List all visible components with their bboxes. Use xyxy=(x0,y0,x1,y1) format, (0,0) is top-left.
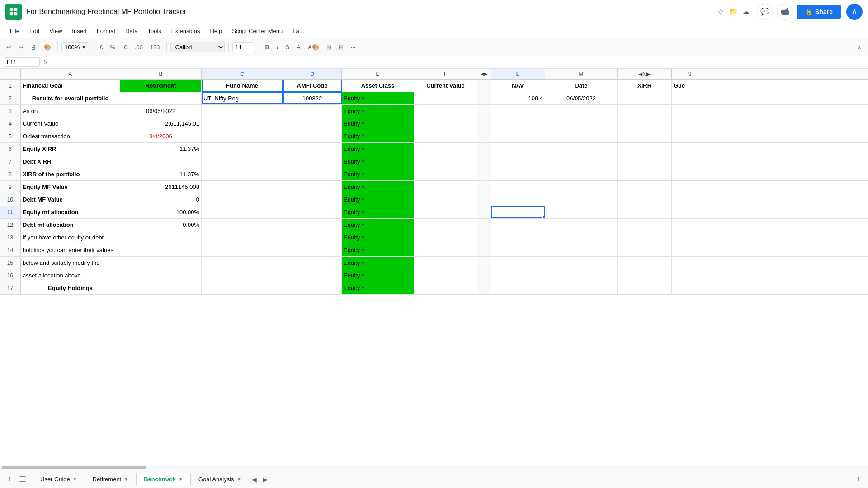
cell-b13[interactable] xyxy=(120,231,202,244)
tab-dropdown-arrow[interactable]: ▼ xyxy=(73,477,77,482)
cell-s6[interactable] xyxy=(672,143,708,155)
cell-e9[interactable]: Equity▼ xyxy=(342,181,414,193)
tab-nav-left[interactable]: ◀ xyxy=(249,474,260,485)
cell-m4[interactable] xyxy=(545,117,618,130)
cell-a6[interactable]: Equity XIRR xyxy=(21,143,120,155)
cell-a15[interactable]: below and suitably modify the xyxy=(21,257,120,269)
cell-n16[interactable] xyxy=(618,269,672,282)
cell-f13[interactable] xyxy=(414,231,477,244)
dropdown-arrow-icon[interactable]: ▼ xyxy=(361,210,365,215)
cell-g7[interactable] xyxy=(477,155,491,168)
font-size-input[interactable] xyxy=(232,42,255,52)
cell-b16[interactable] xyxy=(120,269,202,282)
dropdown-arrow-icon[interactable]: ▼ xyxy=(361,248,365,253)
cell-c6[interactable] xyxy=(202,143,283,155)
dropdown-arrow-icon[interactable]: ▼ xyxy=(361,197,365,202)
percent-button[interactable]: % xyxy=(107,42,118,52)
cell-b9[interactable]: 2611145.008 xyxy=(120,181,202,193)
cell-f11[interactable] xyxy=(414,206,477,218)
cell-c7[interactable] xyxy=(202,155,283,168)
cell-c12[interactable] xyxy=(202,219,283,231)
cell-m14[interactable] xyxy=(545,244,618,256)
menu-item-script-center-menu[interactable]: Script Center Menu xyxy=(227,26,287,36)
menu-item-la...[interactable]: La... xyxy=(288,26,308,36)
cell-f6[interactable] xyxy=(414,143,477,155)
fill-handle[interactable] xyxy=(542,216,545,218)
cell-g17[interactable] xyxy=(477,282,491,294)
cell-e10[interactable]: Equity▼ xyxy=(342,193,414,206)
cell-f16[interactable] xyxy=(414,269,477,282)
cell-g11[interactable] xyxy=(477,206,491,218)
cell-c16[interactable] xyxy=(202,269,283,282)
cell-l3[interactable] xyxy=(491,105,545,117)
cell-c17[interactable] xyxy=(202,282,283,294)
cell-m10[interactable] xyxy=(545,193,618,206)
cell-e17[interactable]: Equity▼ xyxy=(342,282,414,294)
col-header-e[interactable]: E xyxy=(342,69,414,79)
cell-a9[interactable]: Equity MF Value xyxy=(21,181,120,193)
cell-f2[interactable] xyxy=(414,92,477,104)
cell-s15[interactable] xyxy=(672,257,708,269)
cell-e12[interactable]: Equity▼ xyxy=(342,219,414,231)
cell-l10[interactable] xyxy=(491,193,545,206)
cell-b15[interactable] xyxy=(120,257,202,269)
dropdown-arrow-icon[interactable]: ▼ xyxy=(361,235,365,240)
cell-c4[interactable] xyxy=(202,117,283,130)
zoom-control[interactable]: 100% ▼ xyxy=(61,42,89,52)
cell-f3[interactable] xyxy=(414,105,477,117)
cell-a13[interactable]: If you have other equity or debt xyxy=(21,231,120,244)
cell-b8[interactable]: 11.37% xyxy=(120,168,202,180)
cell-e13[interactable]: Equity▼ xyxy=(342,231,414,244)
cell-d16[interactable] xyxy=(283,269,342,282)
cell-s7[interactable] xyxy=(672,155,708,168)
dropdown-arrow-icon[interactable]: ▼ xyxy=(361,222,365,227)
cell-e8[interactable]: Equity▼ xyxy=(342,168,414,180)
sheet-tab-goal-analysis[interactable]: Goal Analysis▼ xyxy=(191,473,249,486)
fill-color-button[interactable]: A🎨 xyxy=(305,42,322,52)
cell-b11[interactable]: 100.00% xyxy=(120,206,202,218)
cell-g6[interactable] xyxy=(477,143,491,155)
cell-m7[interactable] xyxy=(545,155,618,168)
cell-s13[interactable] xyxy=(672,231,708,244)
cell-f8[interactable] xyxy=(414,168,477,180)
cell-l2[interactable]: 109.4 xyxy=(491,92,545,104)
format-button[interactable]: 123 xyxy=(147,42,163,52)
sheet-tab-user-guide[interactable]: User Guide▼ xyxy=(33,473,85,486)
redo-button[interactable]: ↪ xyxy=(16,42,26,52)
cell-g3[interactable] xyxy=(477,105,491,117)
menu-item-data[interactable]: Data xyxy=(121,26,142,36)
cell-g5[interactable] xyxy=(477,130,491,142)
cell-a5[interactable]: Oldest transaction xyxy=(21,130,120,142)
cell-b17[interactable] xyxy=(120,282,202,294)
cell-s14[interactable] xyxy=(672,244,708,256)
cell-s16[interactable] xyxy=(672,269,708,282)
cell-a10[interactable]: Debt MF Value xyxy=(21,193,120,206)
cell-l8[interactable] xyxy=(491,168,545,180)
cell-d3[interactable] xyxy=(283,105,342,117)
cell-g8[interactable] xyxy=(477,168,491,180)
cell-a16[interactable]: asset allocation above xyxy=(21,269,120,282)
bold-button[interactable]: B xyxy=(263,42,272,52)
cell-m3[interactable] xyxy=(545,105,618,117)
cell-l12[interactable] xyxy=(491,219,545,231)
cell-e11[interactable]: Equity▼ xyxy=(342,206,414,218)
cell-b5[interactable]: 3/4/2006 xyxy=(120,130,202,142)
cell-g16[interactable] xyxy=(477,269,491,282)
cell-l16[interactable] xyxy=(491,269,545,282)
cell-c10[interactable] xyxy=(202,193,283,206)
cell-s8[interactable] xyxy=(672,168,708,180)
cell-m17[interactable] xyxy=(545,282,618,294)
col-header-l[interactable]: L xyxy=(491,69,545,79)
cell-d1[interactable]: AMFI Code xyxy=(283,80,342,92)
cell-b4[interactable]: 2,611,145.01 xyxy=(120,117,202,130)
cell-m15[interactable] xyxy=(545,257,618,269)
cell-n4[interactable] xyxy=(618,117,672,130)
font-family-select[interactable]: Calibri xyxy=(170,42,225,52)
col-header-f[interactable]: F xyxy=(414,69,477,79)
menu-item-file[interactable]: File xyxy=(5,26,24,36)
cell-g12[interactable] xyxy=(477,219,491,231)
cell-n3[interactable] xyxy=(618,105,672,117)
currency-button[interactable]: £ xyxy=(97,42,105,52)
cell-g13[interactable] xyxy=(477,231,491,244)
cell-g4[interactable] xyxy=(477,117,491,130)
